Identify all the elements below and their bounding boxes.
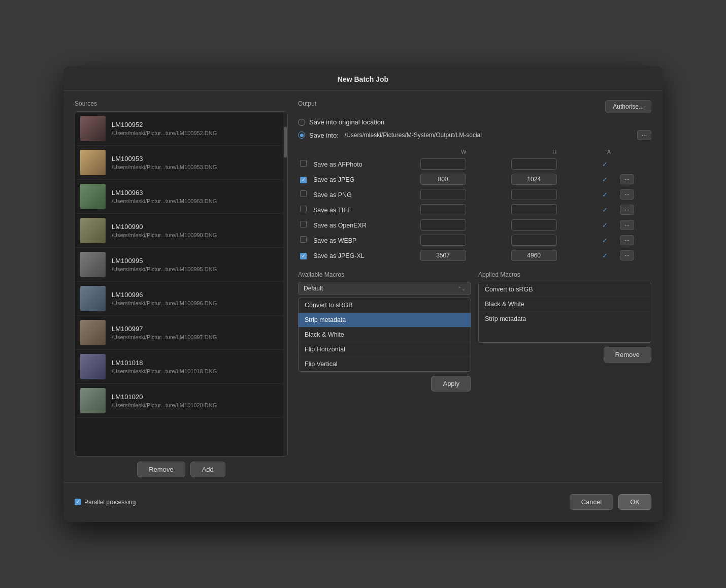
format-options-button[interactable]: ··· bbox=[620, 205, 634, 215]
macros-section: Available Macros Default ⌃⌄ Convert to s… bbox=[298, 271, 651, 391]
applied-macro-item[interactable]: Convert to sRGB bbox=[479, 282, 651, 297]
available-macro-item[interactable]: Strip metadata bbox=[299, 313, 471, 328]
format-height-input[interactable] bbox=[511, 204, 557, 215]
source-path: /Users/mleski/Pictur...ture/LM100995.DNG bbox=[112, 266, 282, 272]
apply-macro-button[interactable]: Apply bbox=[431, 376, 471, 391]
applied-macro-item[interactable]: Strip metadata bbox=[479, 312, 651, 326]
source-path: /Users/mleski/Pictur...ture/LM100963.DNG bbox=[112, 198, 282, 204]
save-original-row[interactable]: Save into original location bbox=[298, 118, 651, 126]
source-name: LM100952 bbox=[112, 121, 282, 128]
source-thumbnail bbox=[80, 286, 106, 311]
format-checkbox[interactable] bbox=[300, 253, 307, 259]
source-item[interactable]: LM100963 /Users/mleski/Pictur...ture/LM1… bbox=[75, 180, 287, 214]
format-label: Save as WEBP bbox=[311, 237, 356, 244]
save-path-button[interactable]: ··· bbox=[637, 130, 651, 140]
source-item[interactable]: LM100952 /Users/mleski/Pictur...ture/LM1… bbox=[75, 112, 287, 146]
source-thumbnail bbox=[80, 252, 106, 277]
available-macro-item[interactable]: Flip Vertical bbox=[299, 357, 471, 371]
save-into-row[interactable]: Save into: /Users/mleski/Pictures/M-Syst… bbox=[298, 130, 651, 140]
format-options-button[interactable]: ··· bbox=[620, 189, 634, 200]
format-aspect-check[interactable]: ✓ bbox=[602, 176, 608, 183]
format-height-input[interactable] bbox=[511, 219, 557, 231]
available-macros-panel: Available Macros Default ⌃⌄ Convert to s… bbox=[298, 271, 471, 391]
format-options-button[interactable]: ··· bbox=[620, 220, 634, 230]
source-item[interactable]: LM100995 /Users/mleski/Pictur...ture/LM1… bbox=[75, 248, 287, 282]
format-row: Save as JPEG-XL ✓ ··· bbox=[298, 248, 651, 263]
format-checkbox[interactable] bbox=[300, 236, 307, 243]
ok-button[interactable]: OK bbox=[618, 494, 651, 510]
available-macro-item[interactable]: Black & White bbox=[299, 328, 471, 342]
format-width-input[interactable] bbox=[420, 219, 466, 231]
source-info: LM100995 /Users/mleski/Pictur...ture/LM1… bbox=[112, 257, 282, 272]
source-info: LM101020 /Users/mleski/Pictur...ture/LM1… bbox=[112, 393, 282, 408]
source-name: LM101018 bbox=[112, 359, 282, 367]
col-w-header: W bbox=[418, 147, 509, 156]
format-checkbox[interactable] bbox=[300, 160, 307, 167]
format-table: W H A Save as AFPhoto ✓ Save as JPEG ✓ · bbox=[298, 147, 651, 263]
format-aspect-check[interactable]: ✓ bbox=[602, 160, 608, 168]
parallel-processing-checkbox[interactable] bbox=[75, 499, 81, 505]
available-macros-list: Convert to sRGBStrip metadataBlack & Whi… bbox=[298, 298, 471, 372]
save-into-radio[interactable] bbox=[298, 132, 305, 139]
format-options-button[interactable]: ··· bbox=[620, 250, 634, 260]
source-info: LM101018 /Users/mleski/Pictur...ture/LM1… bbox=[112, 359, 282, 374]
format-label: Save as PNG bbox=[311, 191, 352, 199]
source-path: /Users/mleski/Pictur...ture/LM100990.DNG bbox=[112, 232, 282, 238]
dialog-bottom: Parallel processing Cancel OK bbox=[63, 489, 663, 512]
format-height-input[interactable] bbox=[511, 158, 557, 170]
format-aspect-check[interactable]: ✓ bbox=[602, 252, 608, 259]
format-aspect-check[interactable]: ✓ bbox=[602, 237, 608, 244]
source-info: LM100952 /Users/mleski/Pictur...ture/LM1… bbox=[112, 121, 282, 136]
macros-dropdown[interactable]: Default ⌃⌄ bbox=[298, 282, 471, 295]
sources-list[interactable]: LM100952 /Users/mleski/Pictur...ture/LM1… bbox=[75, 111, 288, 456]
format-height-input[interactable] bbox=[511, 250, 557, 261]
applied-macros-list: Convert to sRGBBlack & WhiteStrip metada… bbox=[478, 282, 651, 343]
source-item[interactable]: LM101018 /Users/mleski/Pictur...ture/LM1… bbox=[75, 350, 287, 384]
sources-remove-button[interactable]: Remove bbox=[137, 462, 185, 477]
format-width-input[interactable] bbox=[420, 250, 466, 261]
applied-macro-item[interactable]: Black & White bbox=[479, 297, 651, 312]
format-width-input[interactable] bbox=[420, 174, 466, 185]
source-item[interactable]: LM100990 /Users/mleski/Pictur...ture/LM1… bbox=[75, 214, 287, 248]
format-checkbox[interactable] bbox=[300, 190, 307, 197]
sources-add-button[interactable]: Add bbox=[190, 462, 225, 477]
format-row: Save as WEBP ✓ ··· bbox=[298, 233, 651, 248]
format-aspect-check[interactable]: ✓ bbox=[602, 206, 608, 214]
format-height-input[interactable] bbox=[511, 189, 557, 200]
source-item[interactable]: LM100996 /Users/mleski/Pictur...ture/LM1… bbox=[75, 282, 287, 316]
format-label: Save as JPEG-XL bbox=[311, 252, 365, 259]
format-checkbox[interactable] bbox=[300, 221, 307, 227]
format-aspect-check[interactable]: ✓ bbox=[602, 191, 608, 199]
format-checkbox[interactable] bbox=[300, 206, 307, 212]
source-name: LM100997 bbox=[112, 325, 282, 333]
format-checkbox[interactable] bbox=[300, 177, 307, 183]
format-aspect-check[interactable]: ✓ bbox=[602, 221, 608, 229]
source-info: LM100953 /Users/mleski/Pictur...ture/LM1… bbox=[112, 155, 282, 170]
format-width-input[interactable] bbox=[420, 204, 466, 215]
format-width-input[interactable] bbox=[420, 235, 466, 246]
col-a-header: A bbox=[600, 147, 618, 156]
macros-dropdown-text: Default bbox=[304, 285, 323, 292]
save-original-radio[interactable] bbox=[298, 119, 305, 126]
source-name: LM100996 bbox=[112, 291, 282, 299]
format-options-button[interactable]: ··· bbox=[620, 235, 634, 245]
cancel-button[interactable]: Cancel bbox=[570, 494, 613, 510]
source-name: LM100995 bbox=[112, 257, 282, 265]
applied-macros-panel: Applied Macros Convert to sRGBBlack & Wh… bbox=[478, 271, 651, 391]
format-height-input[interactable] bbox=[511, 174, 557, 185]
format-width-input[interactable] bbox=[420, 158, 466, 170]
source-item[interactable]: LM101020 /Users/mleski/Pictur...ture/LM1… bbox=[75, 384, 287, 418]
source-item[interactable]: LM100997 /Users/mleski/Pictur...ture/LM1… bbox=[75, 316, 287, 350]
format-width-input[interactable] bbox=[420, 189, 466, 200]
format-options-button[interactable]: ··· bbox=[620, 174, 634, 184]
available-macro-item[interactable]: Flip Horizontal bbox=[299, 342, 471, 357]
parallel-processing-row[interactable]: Parallel processing bbox=[75, 499, 136, 506]
authorise-button[interactable]: Authorise... bbox=[605, 100, 651, 113]
format-row: Save as AFPhoto ✓ bbox=[298, 156, 651, 172]
sources-panel: Sources LM100952 /Users/mleski/Pictur...… bbox=[75, 100, 288, 477]
remove-macro-button[interactable]: Remove bbox=[604, 347, 651, 363]
source-item[interactable]: LM100953 /Users/mleski/Pictur...ture/LM1… bbox=[75, 146, 287, 180]
available-macro-item[interactable]: Convert to sRGB bbox=[299, 298, 471, 313]
source-path: /Users/mleski/Pictur...ture/LM100952.DNG bbox=[112, 130, 282, 136]
format-height-input[interactable] bbox=[511, 235, 557, 246]
